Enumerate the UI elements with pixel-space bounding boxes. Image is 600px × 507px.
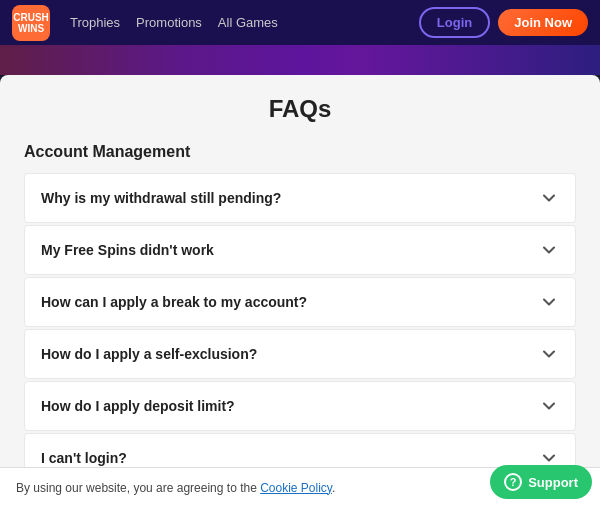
faq-question: How do I apply a self-exclusion? <box>41 346 257 362</box>
faq-item[interactable]: Why is my withdrawal still pending? <box>24 173 576 223</box>
cookie-policy-link[interactable]: Cookie Policy <box>260 481 332 495</box>
logo[interactable]: CRUSH WINS <box>12 5 50 41</box>
faq-item[interactable]: How can I apply a break to my account? <box>24 277 576 327</box>
header-buttons: Login Join Now <box>419 7 588 38</box>
join-button[interactable]: Join Now <box>498 9 588 36</box>
faq-question: I can't login? <box>41 450 127 466</box>
faq-item[interactable]: How do I apply deposit limit? <box>24 381 576 431</box>
section-title: Account Management <box>24 143 576 161</box>
login-button[interactable]: Login <box>419 7 490 38</box>
faq-question: My Free Spins didn't work <box>41 242 214 258</box>
faq-item[interactable]: My Free Spins didn't work <box>24 225 576 275</box>
support-icon: ? <box>504 473 522 491</box>
support-button[interactable]: ? Support <box>490 465 592 499</box>
support-label: Support <box>528 475 578 490</box>
main-content: FAQs Account Management Why is my withdr… <box>0 75 600 507</box>
faq-item[interactable]: How do I apply a self-exclusion? <box>24 329 576 379</box>
nav-links: Trophies Promotions All Games <box>70 15 419 30</box>
chevron-down-icon <box>539 344 559 364</box>
chevron-down-icon <box>539 240 559 260</box>
cookie-text: By using our website, you are agreeing t… <box>16 481 335 495</box>
logo-icon: CRUSH WINS <box>12 5 50 41</box>
faq-question: Why is my withdrawal still pending? <box>41 190 281 206</box>
nav-all-games[interactable]: All Games <box>218 15 278 30</box>
header: CRUSH WINS Trophies Promotions All Games… <box>0 0 600 45</box>
chevron-down-icon <box>539 188 559 208</box>
nav-trophies[interactable]: Trophies <box>70 15 120 30</box>
faq-list: Why is my withdrawal still pending?My Fr… <box>24 173 576 507</box>
page-title: FAQs <box>24 95 576 123</box>
chevron-down-icon <box>539 292 559 312</box>
faq-question: How can I apply a break to my account? <box>41 294 307 310</box>
faq-question: How do I apply deposit limit? <box>41 398 235 414</box>
chevron-down-icon <box>539 396 559 416</box>
hero-banner <box>0 45 600 75</box>
nav-promotions[interactable]: Promotions <box>136 15 202 30</box>
